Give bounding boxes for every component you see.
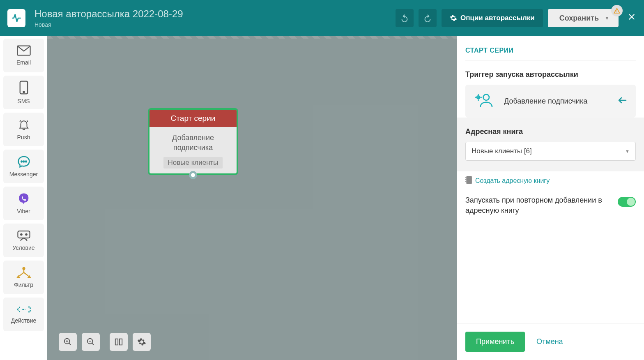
panel-footer: Применить Отмена: [457, 323, 644, 360]
node-body: Добавление подписчика Новые клиенты: [150, 127, 237, 173]
trigger-value: Добавление подписчика: [504, 97, 608, 106]
canvas[interactable]: Старт серии Добавление подписчика Новые …: [47, 36, 457, 360]
book-icon: [114, 337, 123, 346]
header-actions: Опции авторассылки Сохранить ▼: [396, 9, 637, 27]
svg-point-4: [23, 161, 24, 162]
sidebar-item-label: Действие: [11, 317, 37, 324]
options-label: Опции авторассылки: [460, 14, 535, 22]
sidebar-item-filter[interactable]: Фильтр: [3, 261, 44, 294]
node-text-line2: подписчика: [154, 143, 232, 152]
options-button[interactable]: Опции авторассылки: [442, 9, 543, 27]
canvas-overlay: [47, 36, 457, 360]
settings-button[interactable]: [133, 333, 151, 351]
page-status: Новая: [34, 21, 396, 28]
arrow-back-icon: [618, 96, 627, 106]
sidebar-item-sms[interactable]: SMS: [3, 76, 44, 109]
sidebar-item-label: Фильтр: [14, 282, 33, 288]
pulse-icon: [11, 13, 22, 23]
gear-icon: [450, 14, 457, 22]
gear-icon: [137, 337, 146, 346]
app-logo: [7, 9, 25, 27]
condition-icon: [17, 230, 31, 241]
svg-point-12: [483, 95, 489, 100]
sidebar-item-label: Viber: [17, 208, 30, 215]
create-book-link[interactable]: Создать адресную книгу: [465, 176, 636, 185]
address-book-select[interactable]: Новые клиенты [6] ▼: [465, 142, 636, 161]
trigger-selector[interactable]: Добавление подписчика: [465, 85, 636, 118]
repeat-toggle[interactable]: [618, 197, 636, 207]
sidebar-item-label: Push: [17, 134, 30, 141]
svg-rect-6: [18, 231, 30, 238]
app-header: Новая авторассылка 2022-08-29 Новая Опци…: [0, 0, 644, 36]
sidebar-item-label: Messenger: [9, 171, 38, 178]
repeat-toggle-row: Запускать при повторном добавлении в адр…: [465, 195, 636, 216]
action-icon: [16, 305, 31, 314]
phone-icon: [19, 81, 28, 95]
chevron-down-icon: ▼: [625, 149, 630, 154]
add-subscriber-icon: [474, 92, 494, 110]
svg-point-8: [25, 234, 27, 235]
sidebar-item-condition[interactable]: Условие: [3, 224, 44, 257]
node-tag: Новые клиенты: [163, 157, 222, 168]
page-title: Новая авторассылка 2022-08-29: [34, 8, 396, 20]
svg-rect-15: [465, 177, 466, 178]
chevron-down-icon: ▼: [605, 15, 610, 21]
title-block: Новая авторассылка 2022-08-29 Новая: [34, 8, 396, 28]
redo-button[interactable]: [419, 9, 437, 27]
bell-icon: [18, 118, 30, 131]
filter-icon: [16, 267, 31, 278]
property-panel: СТАРТ СЕРИИ Триггер запуска авторассылки…: [457, 36, 644, 360]
viber-icon: [18, 192, 30, 205]
addressbook-icon: [465, 176, 472, 185]
sidebar-item-label: SMS: [17, 98, 30, 104]
zoom-in-button[interactable]: [59, 333, 77, 351]
panel-heading: СТАРТ СЕРИИ: [465, 47, 636, 60]
trigger-section-label: Триггер запуска авторассылки: [465, 70, 636, 79]
sidebar-item-push[interactable]: Push: [3, 113, 44, 146]
email-icon: [17, 45, 31, 56]
warning-badge: [611, 5, 623, 16]
close-button[interactable]: [627, 12, 637, 25]
create-book-label: Создать адресную книгу: [475, 177, 550, 185]
zoom-out-button[interactable]: [82, 333, 100, 351]
repeat-toggle-label: Запускать при повторном добавлении в адр…: [465, 195, 610, 216]
svg-rect-16: [465, 179, 466, 180]
sidebar-item-email[interactable]: Email: [3, 39, 44, 72]
zoom-out-icon: [86, 337, 95, 346]
sidebar-item-action[interactable]: Действие: [3, 298, 44, 331]
flow-node-start[interactable]: Старт серии Добавление подписчика Новые …: [148, 108, 238, 175]
svg-point-3: [21, 161, 22, 162]
save-label: Сохранить: [559, 14, 599, 23]
canvas-toolbar: [59, 333, 151, 351]
svg-rect-17: [465, 181, 466, 182]
svg-point-7: [21, 234, 22, 235]
undo-button[interactable]: [396, 9, 414, 27]
address-book-value: Новые клиенты [6]: [472, 147, 532, 155]
apply-button[interactable]: Применить: [465, 332, 525, 352]
warning-icon: [613, 7, 621, 14]
close-icon: [627, 12, 637, 22]
sidebar-item-messenger[interactable]: Messenger: [3, 150, 44, 183]
cancel-button[interactable]: Отмена: [536, 337, 563, 346]
zoom-in-icon: [63, 337, 72, 346]
redo-icon: [423, 14, 432, 23]
library-button[interactable]: [110, 333, 128, 351]
save-button[interactable]: Сохранить ▼: [548, 9, 619, 27]
messenger-icon: [17, 155, 30, 168]
svg-rect-14: [466, 176, 472, 184]
sidebar-item-label: Условие: [12, 245, 34, 251]
address-book-label: Адресная книга: [465, 127, 636, 136]
node-header: Старт серии: [150, 110, 237, 127]
sidebar-item-viber[interactable]: Viber: [3, 187, 44, 220]
svg-point-9: [23, 268, 25, 270]
sidebar: Email SMS Push Messenger Viber Условие Ф…: [0, 36, 47, 360]
svg-point-5: [25, 161, 27, 162]
node-text-line1: Добавление: [154, 133, 232, 143]
node-output-port[interactable]: [189, 171, 197, 179]
svg-point-2: [23, 91, 24, 92]
undo-icon: [400, 14, 409, 23]
sidebar-item-label: Email: [16, 59, 31, 66]
